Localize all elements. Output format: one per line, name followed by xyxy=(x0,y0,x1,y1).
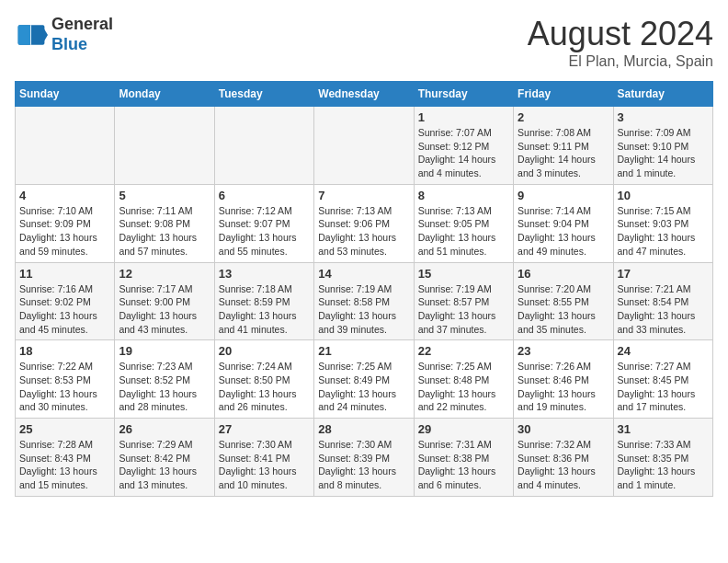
calendar-day-cell xyxy=(115,107,214,185)
calendar-day-cell: 7Sunrise: 7:13 AM Sunset: 9:06 PM Daylig… xyxy=(314,184,414,262)
calendar-day-cell xyxy=(314,107,414,185)
day-number: 16 xyxy=(518,267,609,281)
day-of-week-header: Thursday xyxy=(414,82,513,107)
calendar-day-cell: 30Sunrise: 7:32 AM Sunset: 8:36 PM Dayli… xyxy=(514,419,613,497)
calendar-day-cell: 5Sunrise: 7:11 AM Sunset: 9:08 PM Daylig… xyxy=(115,184,214,262)
calendar-day-cell: 11Sunrise: 7:16 AM Sunset: 9:02 PM Dayli… xyxy=(16,262,115,340)
calendar-day-cell: 24Sunrise: 7:27 AM Sunset: 8:45 PM Dayli… xyxy=(613,340,712,419)
day-number: 28 xyxy=(318,422,409,436)
day-of-week-header: Monday xyxy=(115,82,214,107)
calendar-table: SundayMondayTuesdayWednesdayThursdayFrid… xyxy=(15,81,713,497)
calendar-day-cell: 14Sunrise: 7:19 AM Sunset: 8:58 PM Dayli… xyxy=(314,262,414,340)
day-of-week-header: Saturday xyxy=(613,82,712,107)
day-number: 31 xyxy=(618,422,709,436)
calendar-day-cell: 19Sunrise: 7:23 AM Sunset: 8:52 PM Dayli… xyxy=(115,340,214,419)
day-number: 12 xyxy=(119,267,210,281)
day-info: Sunrise: 7:33 AM Sunset: 8:35 PM Dayligh… xyxy=(618,438,709,492)
day-info: Sunrise: 7:08 AM Sunset: 9:11 PM Dayligh… xyxy=(518,126,609,180)
logo: General Blue xyxy=(15,15,113,54)
svg-rect-3 xyxy=(30,25,31,45)
day-number: 13 xyxy=(219,267,310,281)
day-number: 14 xyxy=(318,267,409,281)
day-info: Sunrise: 7:28 AM Sunset: 8:43 PM Dayligh… xyxy=(19,438,110,492)
day-info: Sunrise: 7:29 AM Sunset: 8:42 PM Dayligh… xyxy=(119,438,210,492)
calendar-day-cell: 12Sunrise: 7:17 AM Sunset: 9:00 PM Dayli… xyxy=(115,262,214,340)
day-info: Sunrise: 7:14 AM Sunset: 9:04 PM Dayligh… xyxy=(518,204,609,259)
logo-blue-text: Blue xyxy=(51,35,87,53)
title-block: August 2024 El Plan, Murcia, Spain xyxy=(528,15,713,70)
calendar-day-cell xyxy=(214,107,313,185)
day-number: 25 xyxy=(19,422,110,436)
calendar-day-cell: 31Sunrise: 7:33 AM Sunset: 8:35 PM Dayli… xyxy=(613,419,712,497)
day-of-week-header: Sunday xyxy=(16,82,115,107)
day-number: 15 xyxy=(418,267,509,281)
month-year: August 2024 xyxy=(528,15,713,53)
day-info: Sunrise: 7:11 AM Sunset: 9:08 PM Dayligh… xyxy=(119,204,210,259)
calendar-day-cell: 13Sunrise: 7:18 AM Sunset: 8:59 PM Dayli… xyxy=(214,262,313,340)
day-of-week-header: Wednesday xyxy=(314,82,414,107)
calendar-week-row: 11Sunrise: 7:16 AM Sunset: 9:02 PM Dayli… xyxy=(16,262,713,340)
logo-general-text: General xyxy=(51,15,113,33)
day-number: 18 xyxy=(19,344,110,358)
day-number: 1 xyxy=(418,110,509,124)
day-number: 4 xyxy=(19,189,110,202)
location: El Plan, Murcia, Spain xyxy=(528,53,713,70)
day-info: Sunrise: 7:22 AM Sunset: 8:53 PM Dayligh… xyxy=(19,360,110,414)
header-row: SundayMondayTuesdayWednesdayThursdayFrid… xyxy=(16,82,713,107)
calendar-day-cell: 25Sunrise: 7:28 AM Sunset: 8:43 PM Dayli… xyxy=(16,419,115,497)
calendar-week-row: 25Sunrise: 7:28 AM Sunset: 8:43 PM Dayli… xyxy=(16,419,713,497)
day-number: 30 xyxy=(518,422,609,436)
calendar-week-row: 4Sunrise: 7:10 AM Sunset: 9:09 PM Daylig… xyxy=(16,184,713,262)
calendar-day-cell: 17Sunrise: 7:21 AM Sunset: 8:54 PM Dayli… xyxy=(613,262,712,340)
calendar-day-cell: 26Sunrise: 7:29 AM Sunset: 8:42 PM Dayli… xyxy=(115,419,214,497)
calendar-day-cell: 4Sunrise: 7:10 AM Sunset: 9:09 PM Daylig… xyxy=(16,184,115,262)
calendar-day-cell: 9Sunrise: 7:14 AM Sunset: 9:04 PM Daylig… xyxy=(514,184,613,262)
day-number: 26 xyxy=(119,422,210,436)
day-number: 5 xyxy=(119,189,210,202)
day-number: 7 xyxy=(318,189,409,202)
calendar-day-cell: 27Sunrise: 7:30 AM Sunset: 8:41 PM Dayli… xyxy=(214,419,313,497)
calendar-day-cell xyxy=(16,107,115,185)
calendar-day-cell: 2Sunrise: 7:08 AM Sunset: 9:11 PM Daylig… xyxy=(514,107,613,185)
day-info: Sunrise: 7:13 AM Sunset: 9:05 PM Dayligh… xyxy=(418,204,509,259)
day-info: Sunrise: 7:24 AM Sunset: 8:50 PM Dayligh… xyxy=(219,360,310,414)
day-info: Sunrise: 7:19 AM Sunset: 8:57 PM Dayligh… xyxy=(418,282,509,337)
day-number: 10 xyxy=(618,189,709,202)
day-of-week-header: Friday xyxy=(514,82,613,107)
day-number: 9 xyxy=(518,189,609,202)
day-info: Sunrise: 7:15 AM Sunset: 9:03 PM Dayligh… xyxy=(618,204,709,259)
day-info: Sunrise: 7:19 AM Sunset: 8:58 PM Dayligh… xyxy=(318,282,409,337)
calendar-day-cell: 16Sunrise: 7:20 AM Sunset: 8:55 PM Dayli… xyxy=(514,262,613,340)
day-info: Sunrise: 7:16 AM Sunset: 9:02 PM Dayligh… xyxy=(19,282,110,337)
calendar-day-cell: 6Sunrise: 7:12 AM Sunset: 9:07 PM Daylig… xyxy=(214,184,313,262)
day-number: 21 xyxy=(318,344,409,358)
day-number: 23 xyxy=(518,344,609,358)
calendar-day-cell: 10Sunrise: 7:15 AM Sunset: 9:03 PM Dayli… xyxy=(613,184,712,262)
day-info: Sunrise: 7:20 AM Sunset: 8:55 PM Dayligh… xyxy=(518,282,609,337)
calendar-day-cell: 28Sunrise: 7:30 AM Sunset: 8:39 PM Dayli… xyxy=(314,419,414,497)
day-info: Sunrise: 7:25 AM Sunset: 8:48 PM Dayligh… xyxy=(418,360,509,414)
day-number: 19 xyxy=(119,344,210,358)
day-number: 20 xyxy=(219,344,310,358)
day-info: Sunrise: 7:12 AM Sunset: 9:07 PM Dayligh… xyxy=(219,204,310,259)
day-number: 6 xyxy=(219,189,310,202)
calendar-day-cell: 18Sunrise: 7:22 AM Sunset: 8:53 PM Dayli… xyxy=(16,340,115,419)
page-header: General Blue August 2024 El Plan, Murcia… xyxy=(15,15,713,70)
calendar-day-cell: 21Sunrise: 7:25 AM Sunset: 8:49 PM Dayli… xyxy=(314,340,414,419)
day-number: 2 xyxy=(518,110,609,124)
calendar-week-row: 18Sunrise: 7:22 AM Sunset: 8:53 PM Dayli… xyxy=(16,340,713,419)
calendar-day-cell: 23Sunrise: 7:26 AM Sunset: 8:46 PM Dayli… xyxy=(514,340,613,419)
calendar-day-cell: 1Sunrise: 7:07 AM Sunset: 9:12 PM Daylig… xyxy=(414,107,513,185)
day-info: Sunrise: 7:27 AM Sunset: 8:45 PM Dayligh… xyxy=(618,360,709,414)
calendar-day-cell: 8Sunrise: 7:13 AM Sunset: 9:05 PM Daylig… xyxy=(414,184,513,262)
day-info: Sunrise: 7:17 AM Sunset: 9:00 PM Dayligh… xyxy=(119,282,210,337)
calendar-day-cell: 15Sunrise: 7:19 AM Sunset: 8:57 PM Dayli… xyxy=(414,262,513,340)
day-info: Sunrise: 7:30 AM Sunset: 8:39 PM Dayligh… xyxy=(318,438,409,492)
day-number: 29 xyxy=(418,422,509,436)
day-info: Sunrise: 7:07 AM Sunset: 9:12 PM Dayligh… xyxy=(418,126,509,180)
day-info: Sunrise: 7:25 AM Sunset: 8:49 PM Dayligh… xyxy=(318,360,409,414)
day-info: Sunrise: 7:21 AM Sunset: 8:54 PM Dayligh… xyxy=(618,282,709,337)
day-number: 3 xyxy=(618,110,709,124)
day-info: Sunrise: 7:32 AM Sunset: 8:36 PM Dayligh… xyxy=(518,438,609,492)
calendar-day-cell: 22Sunrise: 7:25 AM Sunset: 8:48 PM Dayli… xyxy=(414,340,513,419)
